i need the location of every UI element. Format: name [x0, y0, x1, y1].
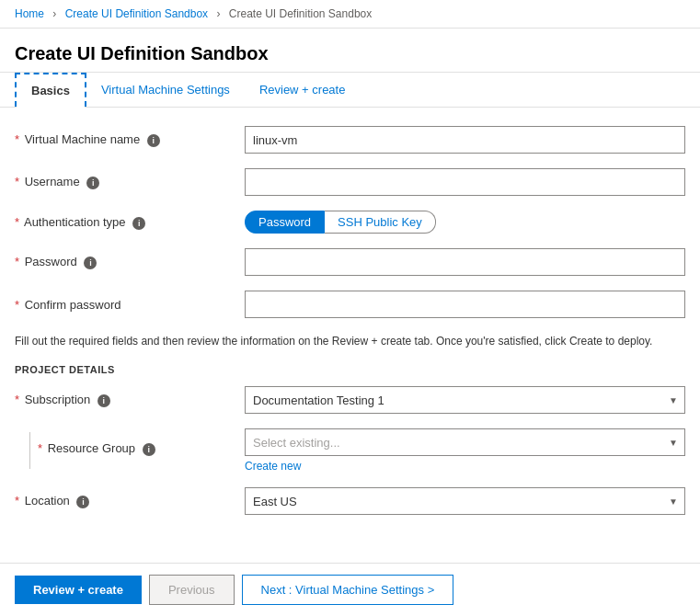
location-label: * Location i — [15, 494, 245, 508]
location-row: * Location i East US ▼ — [15, 487, 685, 515]
tab-bar: Basics Virtual Machine Settings Review +… — [0, 73, 700, 108]
location-select-wrapper: East US ▼ — [245, 487, 685, 515]
required-star-4: * — [15, 255, 19, 268]
vm-name-info-icon[interactable]: i — [147, 134, 160, 147]
password-input[interactable] — [245, 248, 685, 276]
confirm-password-input[interactable] — [245, 291, 685, 318]
required-star-2: * — [15, 175, 19, 188]
confirm-password-label: * Confirm password — [15, 298, 245, 312]
page-title: Create UI Definition Sandbox — [0, 29, 700, 73]
footer: Review + create Previous Next : Virtual … — [0, 563, 700, 616]
auth-ssh-btn[interactable]: SSH Public Key — [325, 211, 436, 234]
required-star-7: * — [38, 441, 42, 455]
required-star-8: * — [15, 494, 19, 508]
username-label: * Username i — [15, 175, 245, 189]
password-row: * Password i — [15, 248, 685, 276]
subscription-select[interactable]: Documentation Testing 1 — [245, 386, 685, 414]
indent-line — [29, 432, 30, 469]
required-star: * — [15, 132, 19, 146]
auth-type-label: * Authentication type i — [15, 215, 245, 230]
resource-group-indent: * Resource Group i — [15, 428, 245, 469]
password-label: * Password i — [15, 255, 245, 269]
vm-name-label: * Virtual Machine name i — [15, 132, 245, 147]
subscription-select-wrapper: Documentation Testing 1 ▼ — [245, 386, 685, 414]
auth-type-row: * Authentication type i Password SSH Pub… — [15, 211, 685, 234]
vm-name-row: * Virtual Machine name i — [15, 126, 685, 154]
breadcrumb-home[interactable]: Home — [15, 7, 44, 20]
username-info-icon[interactable]: i — [86, 177, 99, 189]
resource-group-info-icon[interactable]: i — [143, 443, 155, 456]
resource-group-select[interactable]: Select existing... — [245, 428, 685, 456]
required-star-5: * — [15, 298, 19, 312]
next-button[interactable]: Next : Virtual Machine Settings > — [242, 575, 454, 605]
auth-toggle: Password SSH Public Key — [245, 211, 436, 234]
tab-review-create[interactable]: Review + create — [245, 73, 361, 107]
create-new-link[interactable]: Create new — [245, 460, 685, 473]
location-info-icon[interactable]: i — [76, 496, 89, 508]
vm-name-input[interactable] — [245, 126, 685, 154]
breadcrumb: Home › Create UI Definition Sandbox › Cr… — [0, 0, 700, 29]
breadcrumb-current: Create UI Definition Sandbox — [229, 7, 372, 20]
required-star-3: * — [15, 215, 19, 229]
confirm-password-row: * Confirm password — [15, 291, 685, 318]
auth-password-btn[interactable]: Password — [245, 211, 325, 234]
subscription-row: * Subscription i Documentation Testing 1… — [15, 386, 685, 414]
subscription-label: * Subscription i — [15, 393, 245, 407]
required-star-6: * — [15, 393, 19, 406]
breadcrumb-parent[interactable]: Create UI Definition Sandbox — [65, 7, 208, 20]
location-select[interactable]: East US — [245, 487, 685, 515]
previous-button[interactable]: Previous — [149, 575, 235, 605]
subscription-info-icon[interactable]: i — [98, 394, 110, 407]
resource-group-label: * Resource Group i — [38, 441, 155, 456]
review-create-button[interactable]: Review + create — [15, 576, 142, 604]
password-info-icon[interactable]: i — [84, 257, 97, 269]
username-input[interactable] — [245, 168, 685, 196]
breadcrumb-sep-1: › — [52, 7, 56, 20]
resource-group-select-wrapper: Select existing... ▼ — [245, 428, 685, 456]
username-row: * Username i — [15, 168, 685, 196]
breadcrumb-sep-2: › — [216, 7, 220, 20]
resource-group-right: Select existing... ▼ Create new — [245, 428, 685, 473]
info-text: Fill out the required fields and then re… — [15, 333, 685, 349]
tab-basics[interactable]: Basics — [15, 73, 86, 107]
resource-group-row: * Resource Group i Select existing... ▼ … — [15, 428, 685, 473]
tab-vm-settings[interactable]: Virtual Machine Settings — [86, 73, 245, 107]
auth-type-info-icon[interactable]: i — [132, 217, 145, 230]
project-details-title: PROJECT DETAILS — [15, 364, 685, 375]
